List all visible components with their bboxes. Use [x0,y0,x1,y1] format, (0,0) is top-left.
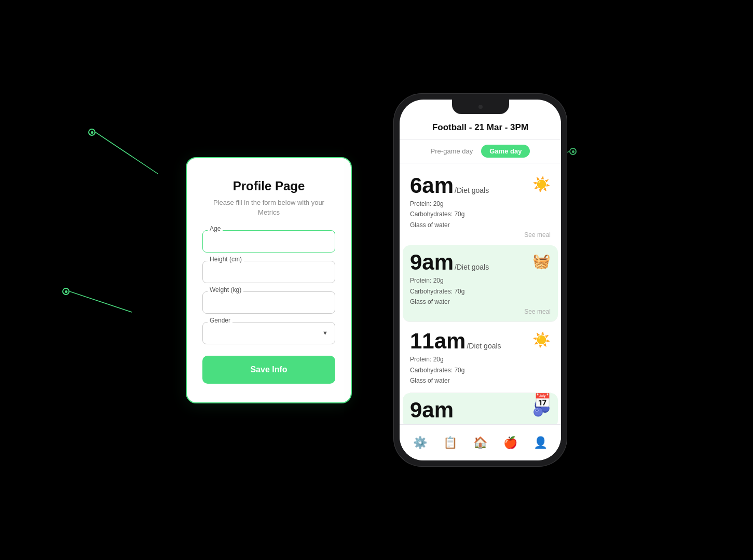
age-input[interactable] [202,230,335,253]
phone-notch [452,100,509,114]
tabs-row: Pre-game day Game day [400,139,561,163]
height-input[interactable] [202,261,335,283]
meal-6am-see-meal[interactable]: See meal [410,231,551,239]
meal-6am: 6am /Diet goals ☀️ Protein: 20gCarbohydr… [410,169,551,245]
meal-11am-time: 11am /Diet goals [410,330,501,352]
gender-select[interactable]: Male Female Other [202,322,335,344]
annotation-mid-left [62,288,70,295]
profile-subtitle: Please fill in the form below with your … [202,198,335,218]
meal-9am-partial-header: 9am 🫐 [410,399,551,421]
nav-settings-icon[interactable]: ⚙️ [413,436,427,450]
phone-header: Football - 21 Mar - 3PM [400,118,561,139]
meal-9am-header: 9am /Diet goals 🧺 [410,251,551,273]
floating-calendar-icon[interactable]: 📅 [534,393,551,409]
profile-card: Profile Page Please fill in the form bel… [186,157,352,403]
meal-9am-emoji: 🧺 [532,253,551,270]
svg-line-0 [95,132,158,174]
meal-11am-header: 11am /Diet goals ☀️ [410,330,551,352]
svg-line-1 [70,291,132,312]
meal-9am-time: 9am /Diet goals [410,251,489,273]
height-field: Height (cm) [202,261,335,283]
annotation-dot-mid-left [62,288,70,295]
save-button[interactable]: Save Info [202,356,335,384]
weight-label: Weight (kg) [208,286,243,293]
annotation-dot-top-left [88,129,95,136]
meal-11am-details: Protein: 20gCarbohydrates: 70gGlass of w… [410,354,551,386]
height-label: Height (cm) [208,256,244,263]
tab-game-day[interactable]: Game day [481,145,530,158]
meal-11am-hour: 11am [410,330,466,352]
meal-9am-details: Protein: 20gCarbohydrates: 70gGlass of w… [410,275,551,307]
annotation-top-right [569,148,577,155]
weight-field: Weight (kg) [202,291,335,314]
age-field: Age [202,230,335,253]
phone-mockup: Football - 21 Mar - 3PM Pre-game day Gam… [393,93,567,467]
meal-6am-header: 6am /Diet goals ☀️ [410,175,551,197]
meal-6am-time: 6am /Diet goals [410,175,489,197]
annotation-line-top-left [95,132,199,194]
meal-9am-partial-hour: 9am [410,399,454,421]
gender-field: Gender Male Female Other [202,322,335,344]
nav-nutrition-icon[interactable]: 🍎 [503,436,517,450]
meal-9am: 9am /Diet goals 🧺 Protein: 20gCarbohydra… [403,245,558,322]
gender-select-wrapper: Male Female Other [202,322,335,344]
scene: Profile Page Please fill in the form bel… [0,0,753,560]
phone-content: Football - 21 Mar - 3PM Pre-game day Gam… [400,100,561,460]
weight-input[interactable] [202,291,335,314]
gender-label: Gender [208,317,232,324]
bottom-nav: ⚙️ 📋 🏠 🍎 👤 [400,424,561,460]
nav-profile-icon[interactable]: 👤 [533,436,547,450]
annotation-dot-top-right [569,148,577,155]
meal-6am-emoji: ☀️ [532,176,551,193]
meal-6am-hour: 6am [410,175,454,197]
meal-11am-label: /Diet goals [467,342,501,350]
phone-frame: Football - 21 Mar - 3PM Pre-game day Gam… [393,93,567,467]
meal-9am-hour: 9am [410,251,454,273]
meal-9am-see-meal[interactable]: See meal [410,308,551,315]
age-label: Age [208,225,223,232]
meal-9am-label: /Diet goals [455,263,489,271]
meal-6am-details: Protein: 20gCarbohydrates: 70gGlass of w… [410,199,551,230]
camera-dot [478,105,483,109]
profile-title: Profile Page [233,179,305,193]
nav-calendar-icon[interactable]: 📋 [443,436,457,450]
meal-11am: 11am /Diet goals ☀️ Protein: 20gCarbohyd… [410,324,551,393]
phone-screen: Football - 21 Mar - 3PM Pre-game day Gam… [400,100,561,460]
meal-6am-label: /Diet goals [455,186,489,194]
nav-home-icon[interactable]: 🏠 [473,436,487,450]
annotation-top-left [88,129,95,136]
annotation-line-mid-left [70,291,153,333]
meal-11am-emoji: ☀️ [532,331,551,348]
tab-pre-game[interactable]: Pre-game day [431,147,473,155]
